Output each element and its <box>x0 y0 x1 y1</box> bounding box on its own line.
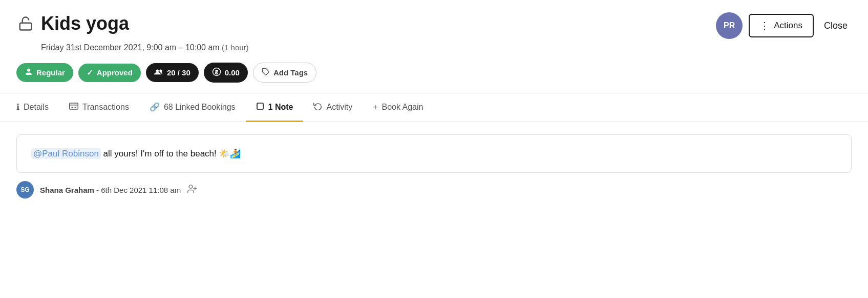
content-area: @Paul Robinson all yours! I'm off to the… <box>16 122 852 211</box>
info-icon: ℹ <box>16 102 19 112</box>
badge-capacity-label: 20 / 30 <box>167 68 190 77</box>
svg-rect-11 <box>257 103 263 109</box>
duration: (1 hour) <box>222 43 249 52</box>
tab-note[interactable]: 1 Note <box>246 94 304 122</box>
transactions-icon <box>69 103 78 112</box>
person-icon <box>25 68 33 77</box>
tab-activity[interactable]: Activity <box>303 93 363 122</box>
check-icon: ✓ <box>87 68 93 77</box>
tab-book-again-label: Book Again <box>382 103 423 112</box>
svg-point-3 <box>159 70 162 72</box>
note-mention[interactable]: @Paul Robinson <box>31 148 101 159</box>
badge-price[interactable]: 0.00 <box>204 63 248 83</box>
title-section: Kids yoga <box>16 12 129 34</box>
tab-details[interactable]: ℹ Details <box>16 94 59 122</box>
page-title: Kids yoga <box>41 12 129 34</box>
subtitle: Friday 31st December 2021, 9:00 am – 10:… <box>41 43 852 52</box>
badge-tags-label: Add Tags <box>273 68 308 77</box>
dollar-icon <box>212 67 221 78</box>
group-icon <box>154 68 163 77</box>
header-row: Kids yoga PR ⋮ Actions Close <box>16 12 852 39</box>
tab-linked-bookings[interactable]: 🔗 68 Linked Bookings <box>139 94 246 122</box>
dots-icon: ⋮ <box>760 20 770 31</box>
note-separator: - <box>96 186 101 194</box>
tab-transactions-label: Transactions <box>82 103 129 112</box>
add-person-icon[interactable] <box>187 184 197 196</box>
note-footer: SG Shana Graham - 6th Dec 2021 11:08 am <box>16 181 852 198</box>
date-time: Friday 31st December 2021, 9:00 am – 10:… <box>41 43 220 52</box>
note-author-avatar: SG <box>16 181 34 198</box>
tab-details-label: Details <box>24 103 49 112</box>
avatar[interactable]: PR <box>716 12 743 39</box>
badge-regular-label: Regular <box>36 68 65 77</box>
actions-label: Actions <box>774 21 802 31</box>
svg-point-2 <box>156 70 159 72</box>
svg-point-1 <box>27 69 30 71</box>
activity-icon <box>313 102 322 112</box>
tab-note-label: 1 Note <box>268 103 293 112</box>
badge-add-tags[interactable]: Add Tags <box>253 63 316 83</box>
tabs-row: ℹ Details Transactions 🔗 68 Linked Booki… <box>0 93 868 122</box>
note-content: all yours! I'm off to the beach! 🌤️🏄 <box>101 149 241 158</box>
tag-icon <box>262 68 270 77</box>
link-icon: 🔗 <box>150 102 160 112</box>
badge-regular[interactable]: Regular <box>16 63 73 82</box>
actions-button[interactable]: ⋮ Actions <box>749 14 814 37</box>
tab-linked-bookings-label: 68 Linked Bookings <box>164 103 236 112</box>
close-button[interactable]: Close <box>820 15 852 36</box>
tab-activity-label: Activity <box>326 103 352 112</box>
badge-capacity[interactable]: 20 / 30 <box>146 63 199 82</box>
svg-point-12 <box>189 185 193 188</box>
badges-row: Regular ✓ Approved 20 / 30 <box>16 63 852 93</box>
note-card: @Paul Robinson all yours! I'm off to the… <box>16 134 852 173</box>
tab-transactions[interactable]: Transactions <box>59 94 139 122</box>
note-icon <box>256 102 264 112</box>
note-author-strong: Shana Graham <box>40 186 94 194</box>
note-author-name: Shana Graham - 6th Dec 2021 11:08 am <box>40 186 181 194</box>
badge-approved-label: Approved <box>97 68 133 77</box>
lock-icon <box>16 14 35 33</box>
badge-approved[interactable]: ✓ Approved <box>78 64 141 82</box>
svg-rect-7 <box>70 103 78 109</box>
plus-icon: + <box>373 103 377 112</box>
svg-rect-0 <box>20 23 32 30</box>
page-container: Kids yoga PR ⋮ Actions Close Friday 31st… <box>0 0 868 211</box>
header-actions: PR ⋮ Actions Close <box>716 12 852 39</box>
tab-book-again[interactable]: + Book Again <box>363 94 433 122</box>
note-timestamp: 6th Dec 2021 11:08 am <box>101 186 181 194</box>
badge-price-label: 0.00 <box>225 68 240 77</box>
